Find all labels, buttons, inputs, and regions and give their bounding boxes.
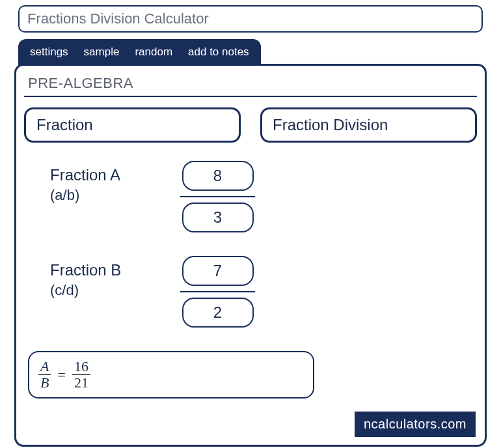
fraction-b-inputs <box>180 256 255 328</box>
fraction-a-sub: (a/b) <box>50 187 180 204</box>
fraction-b-block: Fraction B (c/d) <box>24 256 477 328</box>
fraction-a-inputs <box>180 161 255 232</box>
result-box: A B = 16 21 <box>28 351 314 399</box>
tabs-bar: settings sample random add to notes <box>18 39 261 65</box>
tab-sample[interactable]: sample <box>84 46 120 59</box>
fraction-b-name: Fraction B <box>50 261 180 279</box>
result-left-den: B <box>38 375 51 391</box>
calculator-panel: PRE-ALGEBRA Fraction Fraction Division F… <box>14 64 487 447</box>
fraction-a-numerator-input[interactable] <box>182 161 254 191</box>
selector-row: Fraction Fraction Division <box>24 107 477 143</box>
fraction-b-divider <box>180 291 255 292</box>
page-title: Fractions Division Calculator <box>18 5 483 33</box>
fraction-b-denominator-input[interactable] <box>182 298 254 328</box>
fraction-a-block: Fraction A (a/b) <box>24 161 477 232</box>
result-left-num: A <box>38 359 51 375</box>
result-right-fraction: 16 21 <box>72 359 90 391</box>
tab-random[interactable]: random <box>135 46 172 59</box>
result-equals: = <box>57 367 65 384</box>
operation-selector[interactable]: Fraction Division <box>260 107 477 143</box>
fraction-b-numerator-input[interactable] <box>182 256 254 286</box>
result-right-num: 16 <box>72 359 90 375</box>
fraction-a-name: Fraction A <box>50 166 180 184</box>
fraction-a-denominator-input[interactable] <box>182 203 254 232</box>
tab-settings[interactable]: settings <box>30 46 68 59</box>
tab-add-to-notes[interactable]: add to notes <box>188 46 249 59</box>
topic-selector[interactable]: Fraction <box>24 107 241 143</box>
result-left-fraction: A B <box>38 359 51 391</box>
fraction-b-label: Fraction B (c/d) <box>50 256 180 299</box>
fraction-a-label: Fraction A (a/b) <box>50 161 180 204</box>
brand-badge: ncalculators.com <box>355 412 476 437</box>
fraction-b-sub: (c/d) <box>50 282 180 299</box>
result-right-den: 21 <box>72 375 90 391</box>
fraction-a-divider <box>180 196 255 197</box>
breadcrumb: PRE-ALGEBRA <box>24 75 477 97</box>
